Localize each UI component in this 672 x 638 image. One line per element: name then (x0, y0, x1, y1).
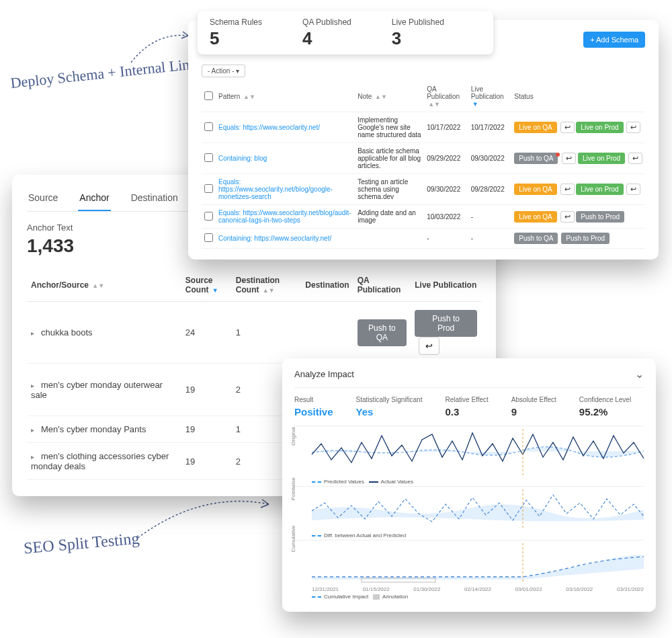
pattern-link[interactable]: Containing: blog (218, 155, 267, 162)
stat-block: Schema Rules 5 (210, 17, 262, 49)
table-row: Containing: blog Basic article schema ap… (202, 143, 645, 174)
note-text (355, 229, 424, 249)
undo-button[interactable]: ↩ (560, 184, 575, 195)
col-destination-count[interactable]: Destination Count ▲▼ (232, 269, 301, 302)
legend-cumulative: Cumulative Impact Annotation (312, 594, 644, 600)
x-tick: 01/30/2022 (413, 586, 440, 592)
metric-label: Relative Effect (445, 396, 488, 403)
row-checkbox[interactable] (204, 153, 213, 162)
table-row: Equals: https://www.seoclarity.net/ Impl… (202, 112, 645, 143)
undo-button[interactable]: ↩ (560, 211, 575, 223)
stat-label: Live Published (392, 17, 444, 27)
qa-date: 09/29/2022 (424, 143, 468, 174)
expand-icon[interactable]: ▸ (31, 426, 34, 434)
qa-status-button[interactable]: Live on QA (514, 184, 556, 195)
annotation-seo-split: SEO Split Testing (23, 530, 140, 558)
pattern-link[interactable]: Equals: https://www.seoclarity.net/blog/… (218, 178, 333, 200)
note-text: Basic article schema applicable for all … (355, 143, 424, 174)
legend-pointwise: Diff. between Actual and Predicted (312, 532, 644, 539)
table-row: Equals: https://www.seoclarity.net/blog/… (202, 174, 645, 205)
undo-button[interactable]: ↩ (560, 122, 575, 133)
table-row: ▸chukka boots 24 1 Push to QA Push to Pr… (27, 302, 481, 364)
row-checkbox[interactable] (204, 184, 213, 193)
undo-button[interactable]: ↩ (626, 184, 640, 195)
prod-button[interactable]: Push to Prod (415, 310, 477, 337)
tab-anchor[interactable]: Anchor (78, 188, 110, 211)
prod-status-button[interactable]: Live on Prod (576, 184, 623, 195)
col-pattern[interactable]: Pattern ▲▼ (216, 81, 355, 112)
qa-status-button[interactable]: Live on QA (514, 122, 556, 133)
pattern-link[interactable]: Equals: https://www.seoclarity.net/ (218, 124, 320, 131)
prod-status-button[interactable]: Push to Prod (561, 233, 610, 244)
tab-source[interactable]: Source (27, 188, 59, 211)
prod-status-button[interactable]: Live on Prod (576, 122, 623, 133)
analyze-impact-panel: Analyze Impact ⌄ Result Positive Statist… (282, 358, 656, 612)
qa-status-button[interactable]: Push to QA (514, 153, 558, 164)
schema-table: Pattern ▲▼ Note ▲▼ QA Publication ▲▼ Liv… (202, 81, 645, 249)
x-tick: 03/01/2022 (515, 586, 542, 592)
stat-block: Live Published 3 (392, 17, 444, 49)
metric-value: 95.2% (579, 406, 631, 417)
pattern-link[interactable]: Equals: https://www.seoclarity.net/blog/… (218, 209, 351, 224)
metric-block: Relative Effect 0.3 (445, 396, 488, 417)
expand-icon[interactable]: ▸ (31, 329, 34, 337)
chart-original: Original (294, 426, 644, 477)
metric-value: Yes (356, 406, 423, 417)
col-anchor[interactable]: Anchor/Source ▲▼ (27, 269, 181, 302)
note-text: Adding date and an image (355, 205, 424, 229)
chevron-down-icon[interactable]: ⌄ (635, 368, 644, 381)
analyze-impact-title: Analyze Impact (294, 369, 354, 379)
stat-label: QA Published (302, 17, 351, 27)
prod-status-button[interactable]: Live on Prod (578, 153, 625, 164)
metric-value: 9 (511, 406, 556, 417)
col-live[interactable]: Live Publication ▼ (468, 81, 512, 112)
x-tick: 12/31/2021 (312, 586, 339, 592)
chart-pointwise: Pointwise (294, 486, 644, 531)
col-status: Status (511, 81, 645, 112)
live-date: 09/28/2022 (468, 174, 512, 205)
qa-date: 10/17/2022 (424, 112, 468, 143)
undo-button[interactable]: ↩ (419, 337, 439, 355)
qa-date: 10/03/2022 (424, 205, 468, 229)
stats-bar: Schema Rules 5 QA Published 4 Live Publi… (198, 11, 493, 54)
chart-cumulative: Cumulative (294, 540, 644, 585)
expand-icon[interactable]: ▸ (31, 382, 34, 389)
expand-icon[interactable]: ▸ (31, 453, 34, 461)
note-text: Testing an article schema using schema.d… (355, 174, 424, 205)
prod-status-button[interactable]: Push to Prod (576, 211, 624, 223)
metric-label: Result (294, 396, 333, 403)
metric-block: Absolute Effect 9 (511, 396, 556, 417)
live-date: 10/17/2022 (468, 112, 512, 143)
col-note[interactable]: Note ▲▼ (355, 81, 424, 112)
metric-value: 0.3 (445, 406, 488, 417)
metric-block: Confidence Level 95.2% (579, 396, 631, 417)
source-count: 19 (181, 364, 232, 416)
live-date: 09/30/2022 (468, 143, 512, 174)
col-qa[interactable]: QA Publication ▲▼ (424, 81, 468, 112)
row-checkbox[interactable] (204, 122, 213, 131)
col-destination: Destination (301, 269, 353, 302)
row-checkbox[interactable] (204, 212, 213, 221)
stat-value: 3 (392, 28, 444, 49)
arrow-icon (128, 26, 195, 66)
undo-button[interactable]: ↩ (562, 153, 576, 164)
qa-status-button[interactable]: Push to QA (514, 233, 558, 244)
undo-button[interactable]: ↩ (628, 153, 642, 164)
pattern-link[interactable]: Containing: https://www.seoclarity.net/ (218, 235, 331, 242)
tab-destination[interactable]: Destination (130, 188, 179, 211)
row-checkbox[interactable] (204, 233, 213, 242)
action-dropdown[interactable]: - Action - ▾ (202, 65, 245, 77)
source-count: 19 (181, 416, 232, 443)
stat-value: 5 (210, 28, 262, 49)
push-to-qa-button[interactable]: Push to QA (358, 319, 407, 346)
metric-block: Result Positive (294, 396, 333, 417)
qa-date: 09/30/2022 (424, 174, 468, 205)
undo-button[interactable]: ↩ (626, 122, 640, 133)
select-all-checkbox[interactable] (204, 91, 213, 100)
add-schema-button[interactable]: + Add Schema (583, 32, 645, 48)
col-live-publication: Live Publication (411, 269, 481, 302)
live-date: - (468, 205, 512, 229)
qa-status-button[interactable]: Live on QA (514, 211, 556, 223)
source-count: 19 (181, 443, 232, 480)
col-source-count[interactable]: Source Count ▼ (181, 269, 232, 302)
